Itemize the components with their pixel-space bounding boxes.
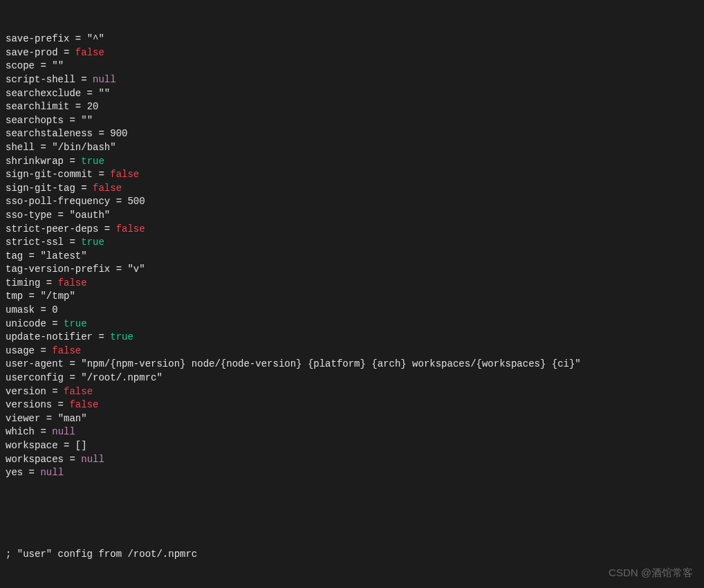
config-key: searchopts bbox=[6, 115, 64, 126]
config-line-sign-git-commit: sign-git-commit = false bbox=[6, 168, 698, 182]
config-key: unicode bbox=[6, 318, 46, 329]
config-line-update-notifier: update-notifier = true bbox=[6, 331, 698, 344]
config-line-sign-git-tag: sign-git-tag = false bbox=[6, 182, 698, 196]
config-line-tmp: tmp = "/tmp" bbox=[6, 290, 698, 304]
config-line-strict-ssl: strict-ssl = true bbox=[6, 236, 698, 250]
config-line-tag-version-prefix: tag-version-prefix = "v" bbox=[6, 263, 698, 277]
config-key: timing bbox=[6, 277, 40, 288]
config-line-searchexclude: searchexclude = "" bbox=[6, 87, 698, 101]
config-line-usage: usage = false bbox=[6, 344, 698, 358]
config-key: tag bbox=[6, 250, 23, 261]
config-value: null bbox=[52, 426, 75, 437]
config-key: sign-git-tag bbox=[6, 183, 75, 194]
config-value: null bbox=[81, 454, 104, 465]
terminal-output[interactable]: save-prefix = "^"save-prod = falsescope … bbox=[6, 6, 698, 588]
config-line-searchopts: searchopts = "" bbox=[6, 114, 698, 128]
config-key: script-shell bbox=[6, 74, 75, 85]
config-line-user-agent: user-agent = "npm/{npm-version} node/{no… bbox=[6, 358, 698, 371]
config-key: yes bbox=[6, 467, 23, 478]
config-line-sso-poll-frequency: sso-poll-frequency = 500 bbox=[6, 195, 698, 209]
config-key: usage bbox=[6, 345, 35, 356]
config-line-shell: shell = "/bin/bash" bbox=[6, 141, 698, 155]
config-line-tag: tag = "latest" bbox=[6, 250, 698, 264]
config-value: "man" bbox=[58, 413, 87, 424]
config-value: false bbox=[58, 277, 87, 288]
config-key: viewer bbox=[6, 413, 40, 424]
config-line-workspaces: workspaces = null bbox=[6, 453, 698, 467]
config-line-strict-peer-deps: strict-peer-deps = false bbox=[6, 223, 698, 237]
config-line-timing: timing = false bbox=[6, 277, 698, 291]
config-key: scope bbox=[6, 60, 35, 71]
config-key: sso-poll-frequency bbox=[6, 196, 110, 207]
config-line-save-prefix: save-prefix = "^" bbox=[6, 33, 698, 46]
config-value: false bbox=[93, 183, 122, 194]
config-key: workspace bbox=[6, 440, 58, 451]
config-value: null bbox=[40, 467, 64, 478]
config-key: sso-type bbox=[6, 210, 52, 221]
config-key: shrinkwrap bbox=[6, 156, 64, 167]
config-value: "v" bbox=[127, 264, 145, 275]
config-line-umask: umask = 0 bbox=[6, 304, 698, 318]
config-line-save-prod: save-prod = false bbox=[6, 46, 698, 60]
config-key: searchstaleness bbox=[6, 128, 93, 139]
config-key: which bbox=[6, 426, 35, 437]
config-key: tmp bbox=[6, 291, 23, 302]
config-line-viewer: viewer = "man" bbox=[6, 412, 698, 426]
config-line-yes: yes = null bbox=[6, 466, 698, 480]
config-line-script-shell: script-shell = null bbox=[6, 73, 698, 87]
config-value: 500 bbox=[127, 196, 145, 207]
config-line-shrinkwrap: shrinkwrap = true bbox=[6, 155, 698, 169]
config-value: false bbox=[52, 345, 81, 356]
config-key: searchlimit bbox=[6, 101, 69, 112]
config-key: userconfig bbox=[6, 372, 64, 383]
config-key: sign-git-commit bbox=[6, 169, 93, 180]
config-value: true bbox=[81, 237, 104, 248]
config-value: false bbox=[116, 223, 145, 235]
config-line-searchlimit: searchlimit = 20 bbox=[6, 100, 698, 114]
config-key: workspaces bbox=[6, 454, 64, 465]
config-line-scope: scope = "" bbox=[6, 59, 698, 73]
config-key: strict-ssl bbox=[6, 237, 64, 248]
config-key: strict-peer-deps bbox=[6, 223, 98, 235]
config-key: save-prod bbox=[6, 47, 58, 58]
config-value: true bbox=[110, 331, 133, 342]
config-key: version bbox=[6, 386, 46, 397]
config-line-workspace: workspace = [] bbox=[6, 439, 698, 453]
config-value: "^" bbox=[87, 33, 104, 44]
config-value: false bbox=[69, 399, 98, 410]
config-key: save-prefix bbox=[6, 33, 69, 44]
config-value: "" bbox=[98, 88, 110, 99]
config-key: update-notifier bbox=[6, 331, 93, 342]
config-value: 900 bbox=[110, 128, 127, 139]
config-line-sso-type: sso-type = "oauth" bbox=[6, 209, 698, 223]
config-line-which: which = null bbox=[6, 425, 698, 439]
config-value: "/tmp" bbox=[40, 291, 75, 302]
config-value: "npm/{npm-version} node/{node-version} {… bbox=[81, 358, 581, 369]
config-value: "/bin/bash" bbox=[52, 142, 115, 153]
config-value: "" bbox=[52, 60, 64, 71]
config-value: [] bbox=[75, 440, 87, 451]
config-value: 20 bbox=[87, 101, 99, 112]
config-comment-user: ; "user" config from /root/.npmrc bbox=[6, 548, 698, 562]
config-value: false bbox=[64, 386, 93, 397]
config-line-searchstaleness: searchstaleness = 900 bbox=[6, 127, 698, 141]
config-key: shell bbox=[6, 142, 35, 153]
config-value: "latest" bbox=[40, 250, 86, 261]
config-line-unicode: unicode = true bbox=[6, 318, 698, 331]
config-key: umask bbox=[6, 304, 35, 315]
config-line-userconfig: userconfig = "/root/.npmrc" bbox=[6, 371, 698, 385]
config-value: true bbox=[81, 156, 104, 167]
config-key: tag-version-prefix bbox=[6, 264, 110, 275]
config-value: false bbox=[75, 47, 104, 58]
config-key: user-agent bbox=[6, 358, 64, 369]
config-line-versions: versions = false bbox=[6, 398, 698, 412]
config-value: true bbox=[64, 318, 87, 329]
watermark-text: CSDN @酒馆常客 bbox=[609, 565, 693, 580]
config-key: versions bbox=[6, 399, 52, 410]
config-value: null bbox=[93, 74, 116, 85]
config-value: "oauth" bbox=[69, 210, 110, 221]
config-line-version: version = false bbox=[6, 385, 698, 399]
config-value: 0 bbox=[52, 304, 57, 315]
config-key: searchexclude bbox=[6, 88, 81, 99]
config-value: "/root/.npmrc" bbox=[81, 372, 163, 383]
